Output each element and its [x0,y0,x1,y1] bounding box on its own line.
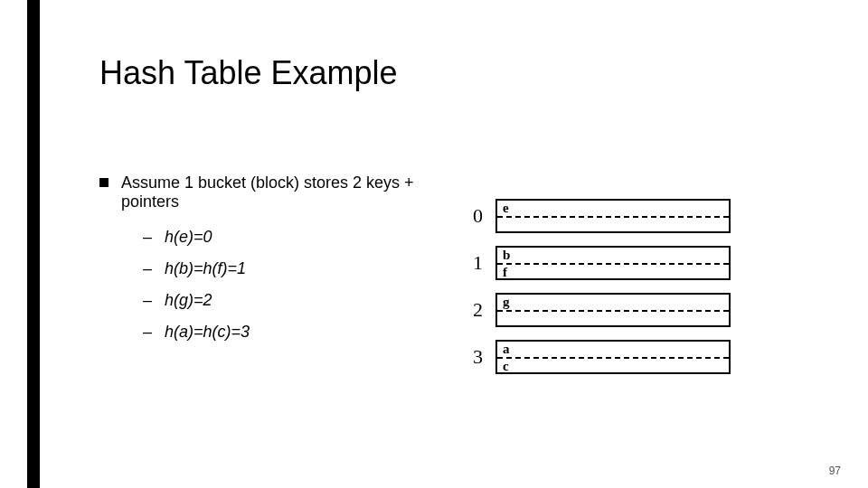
bucket-row: 0 e [452,199,814,233]
slide-content: Hash Table Example Assume 1 bucket (bloc… [99,54,814,470]
bucket-index: 3 [452,345,483,369]
dash-icon: – [143,323,154,342]
bucket-slot [497,218,729,231]
square-bullet-icon [99,178,108,187]
body-row: Assume 1 bucket (block) stores 2 keys + … [99,174,814,387]
accent-bar [27,0,40,488]
sub-bullet: – h(b)=h(f)=1 [143,259,452,278]
bucket-slot: b [497,248,729,263]
hash-table-diagram: 0 e 1 b f 2 g [452,199,814,387]
bucket-row: 3 a c [452,340,814,374]
sub-bullet: – h(g)=2 [143,291,452,310]
bucket-slot: f [497,265,729,280]
bucket-box: b f [495,246,731,280]
dash-icon: – [143,259,154,278]
bucket-index: 2 [452,298,483,322]
bullet-level1: Assume 1 bucket (block) stores 2 keys + … [99,174,452,211]
bullet-column: Assume 1 bucket (block) stores 2 keys + … [99,174,452,354]
bucket-row: 1 b f [452,246,814,280]
bucket-slot: e [497,201,729,216]
bucket-box: a c [495,340,731,374]
bucket-box: e [495,199,731,233]
bucket-box: g [495,293,731,327]
bucket-slot: c [497,359,729,374]
page-number: 97 [829,465,841,477]
bucket-row: 2 g [452,293,814,327]
sub-bullet: – h(e)=0 [143,228,452,247]
slide-title: Hash Table Example [99,54,814,92]
bucket-index: 0 [452,204,483,228]
dash-icon: – [143,228,154,247]
bucket-index: 1 [452,251,483,275]
bucket-slot: a [497,342,729,357]
dash-icon: – [143,291,154,310]
sub-bullet-text: h(b)=h(f)=1 [165,259,246,278]
sub-bullet-text: h(a)=h(c)=3 [165,323,250,342]
bucket-slot: g [497,295,729,310]
sub-bullet: – h(a)=h(c)=3 [143,323,452,342]
sub-bullet-list: – h(e)=0 – h(b)=h(f)=1 – h(g)=2 – h(a)=h… [143,228,452,342]
sub-bullet-text: h(g)=2 [165,291,212,310]
bullet-text: Assume 1 bucket (block) stores 2 keys + … [121,174,452,211]
sub-bullet-text: h(e)=0 [165,228,212,247]
bucket-slot [497,312,729,325]
